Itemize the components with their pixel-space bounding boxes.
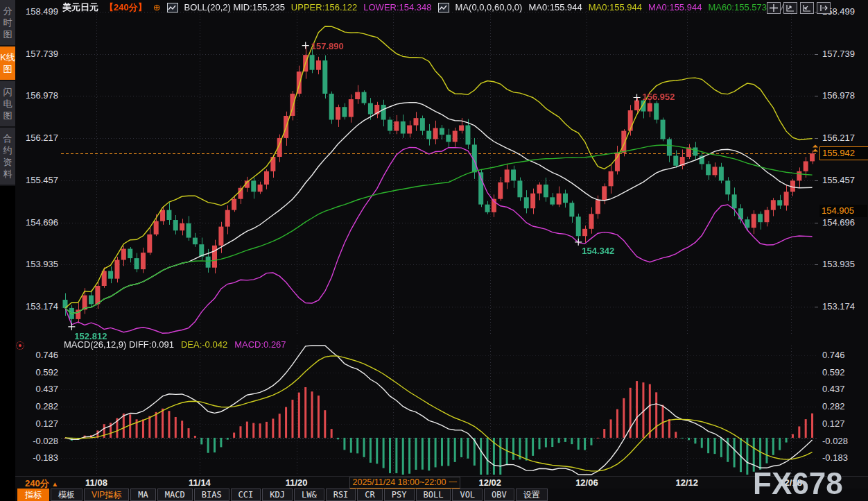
symbol-title: 美元日元 <box>62 1 98 14</box>
ma-params: MA(0,0,0,60,0,0) <box>455 2 523 12</box>
tab-contract-info[interactable]: 合约资料 <box>0 128 15 186</box>
price-axis-label: 153.935 <box>822 259 867 269</box>
ma0-value-3: MA0:155.944 <box>648 2 702 12</box>
price-axis-label: 155.457 <box>17 175 58 185</box>
macd-dea-label: DEA:-0.042 <box>181 339 227 350</box>
tab-lightning-chart[interactable]: 闪电图 <box>0 81 15 128</box>
price-axis-label: 156.217 <box>822 133 867 143</box>
macd-axis-label: 0.127 <box>17 418 58 429</box>
date-tick: 11/20 <box>286 477 308 488</box>
ma-button[interactable]: MA <box>130 489 155 501</box>
secondary-price-badge: 154.905 <box>819 205 867 217</box>
macd-axis-label: -0.183 <box>822 452 867 463</box>
macd-axis-label: 0.592 <box>17 367 58 377</box>
macd-axis-label: -0.028 <box>822 436 867 446</box>
macd-axis-label: 0.592 <box>822 367 867 377</box>
date-tick: 12/18 <box>779 477 802 488</box>
date-tick: 11/14 <box>189 477 211 488</box>
zoom-out-chart-icon[interactable] <box>800 2 814 14</box>
record-dot-icon <box>16 341 24 350</box>
price-axis-label: 153.935 <box>17 259 58 269</box>
trading-terminal: 分时图K线图闪电图合约资料 美元日元【240分】⊕BOLL(20,2) MID:… <box>0 0 868 501</box>
macd-axis-label: 0.437 <box>17 384 58 394</box>
date-tick: 12/02 <box>479 477 502 488</box>
rsi-button[interactable]: RSI <box>326 489 356 501</box>
price-macd-chart-canvas[interactable] <box>61 0 818 476</box>
lwr-button[interactable]: LW& <box>294 489 324 501</box>
macd-indicator-labels: MACD(26,12,9) DIFF:0.091 DEA:-0.042 MACD… <box>64 339 286 350</box>
price-axis-label: 155.457 <box>822 175 867 185</box>
macd-axis-label: 0.127 <box>822 418 867 429</box>
period-text: 240分 <box>25 478 49 489</box>
period-label: 【240分】 <box>105 1 147 14</box>
macd-axis-label: -0.028 <box>17 436 58 446</box>
price-axis-label: 157.739 <box>17 49 58 59</box>
price-axis-label: 154.696 <box>17 217 58 228</box>
price-axis-label: 154.696 <box>822 217 867 228</box>
indicator-toolbar: 指标模板VIP指标MAMACDBIASCCIKDJLW&RSICRPSYBOLL… <box>0 489 868 501</box>
macd-axis-label: 0.282 <box>17 401 58 411</box>
highlighted-datetime: 2025/11/24 18:00~22:00 一 <box>349 477 460 489</box>
macd-axis-label: 0.282 <box>822 401 867 411</box>
macd-value-label: MACD:0.267 <box>234 339 286 350</box>
boll-button[interactable]: BOLL <box>416 489 451 501</box>
crosshair-icon[interactable] <box>767 2 781 14</box>
last-price-badge: 155.942 <box>819 146 868 160</box>
expand-panel-icon[interactable] <box>817 2 831 14</box>
window-controls <box>767 2 831 14</box>
time-axis-row: 240分 ▲ 2025/11/24 18:00~22:00 一 11/0811/… <box>0 476 868 489</box>
ma-indicator-icon[interactable] <box>438 3 449 12</box>
tab-candle-chart[interactable]: K线图 <box>0 46 15 81</box>
boll-indicator-icon[interactable] <box>167 3 178 12</box>
indicator-button[interactable]: 指标 <box>17 489 49 501</box>
indicator-title-bar: 美元日元【240分】⊕BOLL(20,2) MID:155.235UPPER:1… <box>62 0 794 15</box>
price-axis-label: 156.978 <box>822 90 867 101</box>
price-axis-label: 153.174 <box>17 301 58 312</box>
price-axis-label: 157.739 <box>822 49 867 59</box>
psy-button[interactable]: PSY <box>384 489 415 501</box>
macd-axis-label: 0.746 <box>17 350 58 360</box>
period-arrow-icon: ▲ <box>51 480 58 488</box>
date-tick: 12/12 <box>675 477 698 488</box>
price-axis-label: 156.978 <box>17 90 58 101</box>
bias-button[interactable]: BIAS <box>194 489 229 501</box>
boll-mid-value: BOLL(20,2) MID:155.235 <box>184 2 285 12</box>
macd-button[interactable]: MACD <box>157 489 193 501</box>
boll-lower-value: LOWER:154.348 <box>363 2 431 12</box>
chart-type-sidebar: 分时图K线图闪电图合约资料 <box>0 0 15 501</box>
price-axis-label: 153.174 <box>822 301 867 312</box>
template-button[interactable]: 模板 <box>51 489 83 501</box>
cci-button[interactable]: CCI <box>231 489 261 501</box>
date-tick: 12/06 <box>575 477 598 488</box>
vip-indicator-button[interactable]: VIP指标 <box>84 489 129 501</box>
macd-axis-label: 0.746 <box>822 350 867 360</box>
zoom-in-chart-icon[interactable] <box>783 2 797 14</box>
boll-upper-value: UPPER:156.122 <box>291 2 357 12</box>
add-overlay-icon[interactable]: ⊕ <box>153 2 161 12</box>
obv-button[interactable]: OBV <box>484 489 514 501</box>
macd-axis-label: 0.437 <box>822 384 867 394</box>
cr-button[interactable]: CR <box>357 489 382 501</box>
ma0-value-2: MA0:155.944 <box>589 2 642 12</box>
ma0-value-1: MA0:155.944 <box>528 2 582 12</box>
price-axis-label: 156.217 <box>17 133 58 143</box>
ma60-value: MA60:155.573 <box>708 2 767 12</box>
kdj-button[interactable]: KDJ <box>262 489 293 501</box>
settings-button[interactable]: 设置 <box>516 489 548 501</box>
price-axis-label: 158.499 <box>17 6 58 17</box>
vol-button[interactable]: VOL <box>452 489 483 501</box>
macd-main-label: MACD(26,12,9) DIFF:0.091 <box>64 339 174 350</box>
tab-time-chart[interactable]: 分时图 <box>0 0 15 46</box>
macd-axis-label: -0.183 <box>17 452 58 463</box>
date-tick: 11/08 <box>85 477 107 488</box>
